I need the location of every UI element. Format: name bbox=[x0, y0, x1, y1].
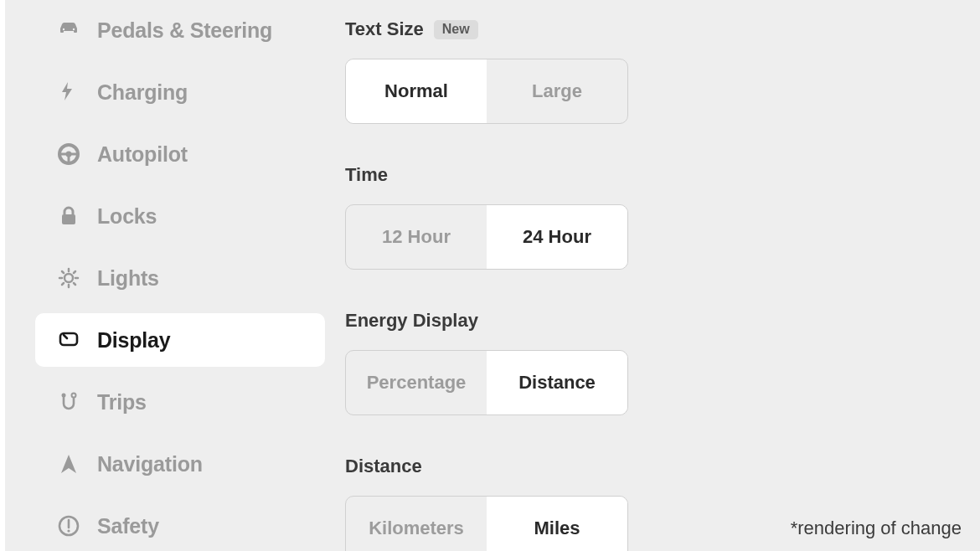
sidebar-item-locks[interactable]: Locks bbox=[35, 189, 325, 243]
setting-label: Time bbox=[345, 164, 388, 186]
sidebar-item-label: Charging bbox=[97, 80, 188, 105]
segment-normal[interactable]: Normal bbox=[346, 59, 487, 123]
setting-header: Distance bbox=[345, 456, 980, 477]
sidebar: Pedals & SteeringChargingAutopilotLocksL… bbox=[5, 0, 340, 551]
car-icon bbox=[57, 18, 97, 42]
setting-label: Text Size bbox=[345, 18, 424, 40]
display-icon bbox=[57, 328, 97, 352]
sidebar-item-label: Autopilot bbox=[97, 142, 188, 167]
setting-label: Energy Display bbox=[345, 310, 478, 332]
navigation-icon bbox=[57, 452, 97, 476]
sidebar-item-charging[interactable]: Charging bbox=[35, 65, 325, 119]
segmented-distance: KilometersMiles bbox=[345, 496, 628, 551]
segment-miles[interactable]: Miles bbox=[487, 497, 627, 551]
safety-icon bbox=[57, 514, 97, 538]
bolt-icon bbox=[57, 80, 97, 104]
sidebar-item-safety[interactable]: Safety bbox=[35, 499, 325, 551]
lights-icon bbox=[57, 266, 97, 290]
segmented-time: 12 Hour24 Hour bbox=[345, 204, 628, 270]
segment-distance[interactable]: Distance bbox=[487, 351, 627, 415]
segment-kilometers[interactable]: Kilometers bbox=[346, 497, 487, 551]
sidebar-item-trips[interactable]: Trips bbox=[35, 375, 325, 429]
setting-group-time: Time12 Hour24 Hour bbox=[345, 164, 980, 270]
footnote: *rendering of change bbox=[791, 518, 962, 539]
segment-large[interactable]: Large bbox=[487, 59, 627, 123]
sidebar-item-label: Pedals & Steering bbox=[97, 18, 272, 43]
segment-12-hour[interactable]: 12 Hour bbox=[346, 205, 487, 269]
sidebar-item-lights[interactable]: Lights bbox=[35, 251, 325, 305]
sidebar-item-label: Locks bbox=[97, 204, 157, 229]
setting-header: Time bbox=[345, 164, 980, 186]
setting-group-energy-display: Energy DisplayPercentageDistance bbox=[345, 310, 980, 415]
new-badge: New bbox=[434, 20, 478, 39]
trips-icon bbox=[57, 390, 97, 414]
sidebar-item-autopilot[interactable]: Autopilot bbox=[35, 127, 325, 181]
setting-label: Distance bbox=[345, 456, 422, 477]
segmented-text-size: NormalLarge bbox=[345, 59, 628, 124]
settings-content: Text SizeNewNormalLargeTime12 Hour24 Hou… bbox=[340, 0, 980, 551]
segment-percentage[interactable]: Percentage bbox=[346, 351, 487, 415]
sidebar-item-pedals-steering[interactable]: Pedals & Steering bbox=[35, 3, 325, 57]
segmented-energy-display: PercentageDistance bbox=[345, 350, 628, 415]
setting-header: Text SizeNew bbox=[345, 18, 980, 40]
setting-group-text-size: Text SizeNewNormalLarge bbox=[345, 18, 980, 124]
sidebar-item-label: Lights bbox=[97, 266, 159, 291]
sidebar-item-label: Safety bbox=[97, 514, 159, 538]
setting-header: Energy Display bbox=[345, 310, 980, 332]
segment-24-hour[interactable]: 24 Hour bbox=[487, 205, 627, 269]
sidebar-item-label: Navigation bbox=[97, 452, 203, 476]
sidebar-item-display[interactable]: Display bbox=[35, 313, 325, 367]
sidebar-item-label: Display bbox=[97, 328, 171, 353]
sidebar-item-label: Trips bbox=[97, 390, 147, 415]
steering-wheel-icon bbox=[57, 142, 97, 166]
sidebar-item-navigation[interactable]: Navigation bbox=[35, 437, 325, 491]
lock-icon bbox=[57, 204, 97, 228]
